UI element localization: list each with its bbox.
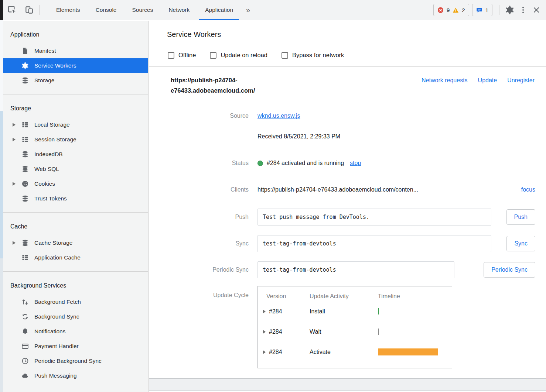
sync-tag-input[interactable] [257, 235, 491, 252]
version-cell: #284 [269, 329, 282, 335]
expand-arrow-icon[interactable] [263, 350, 266, 354]
stop-link[interactable]: stop [350, 160, 361, 166]
update-cycle-row: Update Cycle Version Update Activity Tim… [149, 286, 535, 368]
sync-button[interactable]: Sync [506, 236, 535, 251]
update-on-reload-checkbox[interactable] [210, 52, 216, 59]
update-activity-column-header: Update Activity [310, 293, 378, 300]
settings-gear-icon[interactable] [503, 3, 516, 17]
source-file-link[interactable]: wknd.us.ensw.js [257, 113, 300, 119]
console-issues-badge[interactable]: 9 2 [433, 4, 469, 16]
service-workers-panel: Service Workers Offline Update on reload… [149, 21, 546, 392]
sidebar-item-local-storage[interactable]: Local Storage [3, 117, 148, 132]
clock-icon [21, 357, 30, 365]
tab-elements[interactable]: Elements [48, 0, 88, 20]
device-toolbar-icon[interactable] [23, 4, 35, 16]
checkbox-label: Update on reload [221, 52, 267, 59]
push-label: Push [149, 214, 249, 220]
tab-network[interactable]: Network [161, 0, 197, 20]
page-title: Service Workers [167, 30, 221, 39]
focus-link[interactable]: focus [521, 186, 535, 193]
sidebar-item-background-sync[interactable]: Background Sync [3, 309, 148, 324]
push-button[interactable]: Push [506, 209, 535, 225]
sidebar-item-label: Background Fetch [34, 299, 81, 305]
periodic-sync-tag-input[interactable] [257, 261, 454, 278]
update-cycle-label: Update Cycle [149, 292, 249, 299]
console-messages-badge[interactable]: 1 [472, 4, 492, 16]
gear-icon [21, 62, 30, 70]
table-icon [21, 136, 30, 144]
source-label: Source [149, 113, 249, 119]
sync-label: Sync [149, 240, 249, 247]
sidebar-item-manifest[interactable]: Manifest [3, 44, 148, 58]
sidebar-item-storage[interactable]: Storage [3, 73, 148, 88]
expand-arrow-icon[interactable] [13, 182, 21, 186]
sidebar-item-web-sql[interactable]: Web SQL [3, 162, 148, 176]
activate-timeline-bar [378, 348, 438, 355]
table-header-row: Version Update Activity Timeline [258, 293, 452, 300]
close-icon[interactable] [530, 3, 543, 17]
page-edge-sliver [0, 0, 3, 392]
push-message-input[interactable] [257, 209, 491, 226]
client-url: https://publish-p24704-e76433.adobeaemcl… [257, 186, 418, 193]
version-column-header: Version [258, 293, 310, 300]
table-icon [21, 254, 30, 262]
expand-arrow-icon[interactable] [13, 241, 21, 245]
table-icon [21, 121, 30, 129]
offline-checkbox[interactable] [168, 52, 174, 59]
service-worker-origin: https://publish-p24704- e76433.adobeaemc… [171, 75, 285, 96]
sidebar-item-notifications[interactable]: Notifications [3, 324, 148, 339]
more-options-icon[interactable] [516, 3, 530, 17]
more-tabs-icon[interactable]: » [241, 0, 255, 20]
database-icon [21, 77, 30, 85]
error-count: 9 [447, 7, 450, 13]
tab-application[interactable]: Application [197, 0, 241, 20]
checkbox-label: Bypass for network [292, 52, 344, 59]
database-icon [21, 151, 30, 158]
status-row: Status #284 activated and is running sto… [149, 159, 535, 168]
clients-row: Clients https://publish-p24704-e76433.ad… [149, 185, 535, 194]
expand-arrow-icon[interactable] [263, 330, 266, 334]
sidebar-item-periodic-background-sync[interactable]: Periodic Background Sync [3, 354, 148, 368]
network-requests-link[interactable]: Network requests [422, 77, 468, 84]
periodic-sync-button[interactable]: Periodic Sync [484, 262, 535, 278]
sidebar-item-label: Session Storage [34, 136, 76, 143]
sidebar-item-push-messaging[interactable]: Push Messaging [3, 368, 148, 383]
bypass-for-network-checkbox-row[interactable]: Bypass for network [281, 52, 344, 59]
database-icon [21, 165, 30, 173]
sidebar-item-payment-handler[interactable]: Payment Handler [3, 339, 148, 354]
bypass-for-network-checkbox[interactable] [281, 52, 288, 59]
expand-arrow-icon[interactable] [13, 123, 21, 127]
sidebar-item-background-fetch[interactable]: Background Fetch [3, 295, 148, 309]
tab-sources[interactable]: Sources [124, 0, 161, 20]
push-row: Push Push [149, 209, 535, 226]
update-link[interactable]: Update [478, 77, 497, 84]
tab-console[interactable]: Console [88, 0, 124, 20]
expand-arrow-icon[interactable] [263, 310, 266, 313]
received-row: Received 8/5/2021, 2:29:33 PM [149, 132, 535, 141]
cloud-icon [21, 372, 30, 380]
unregister-link[interactable]: Unregister [507, 77, 535, 84]
sidebar-item-service-workers[interactable]: Service Workers [3, 58, 148, 73]
inspect-element-icon[interactable] [6, 4, 18, 16]
periodic-sync-row: Periodic Sync Periodic Sync [149, 261, 535, 278]
divider [149, 391, 546, 391]
offline-checkbox-row[interactable]: Offline [168, 52, 196, 59]
update-on-reload-checkbox-row[interactable]: Update on reload [210, 52, 267, 59]
sidebar-item-cookies[interactable]: Cookies [3, 176, 148, 191]
expand-arrow-icon[interactable] [13, 138, 21, 141]
sidebar-item-label: Web SQL [34, 166, 59, 172]
sidebar-item-application-cache[interactable]: Application Cache [3, 250, 148, 265]
section-title: Background Services [3, 281, 148, 290]
sync-row: Sync Sync [149, 235, 535, 252]
message-icon [476, 7, 482, 13]
sidebar-item-session-storage[interactable]: Session Storage [3, 132, 148, 147]
sidebar-item-trust-tokens[interactable]: Trust Tokens [3, 191, 148, 206]
database-icon [21, 195, 30, 203]
collapsed-section-band [149, 379, 546, 391]
sidebar-item-indexeddb[interactable]: IndexedDB [3, 147, 148, 162]
source-row: Source wknd.us.ensw.js [149, 111, 535, 120]
sync-arrows-icon [21, 313, 30, 321]
devtools-window: Elements Console Sources Network Applica… [0, 0, 546, 392]
sidebar-item-cache-storage[interactable]: Cache Storage [3, 235, 148, 250]
toolbar-divider [39, 5, 40, 15]
